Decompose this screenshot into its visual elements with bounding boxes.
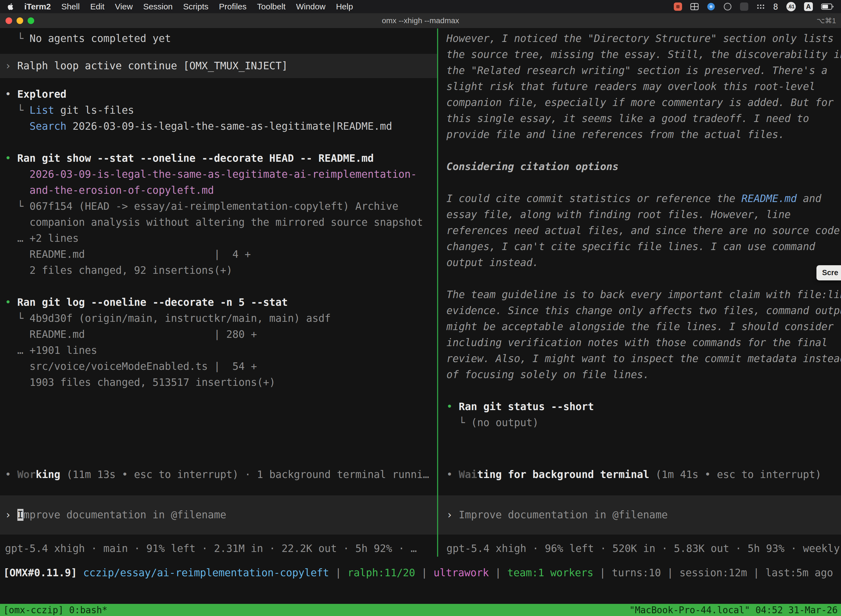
git-log-output-2: README.md | 280 +: [0, 327, 437, 343]
ran-git-status: • Ran git status --short: [438, 399, 841, 415]
tmux-panes: └ No agents completed yet › Ralph loop a…: [0, 28, 841, 557]
model-status-line-right: gpt-5.4 xhigh · 96% left · 520K in · 5.8…: [438, 541, 841, 557]
battery-icon[interactable]: [821, 3, 834, 10]
omx-session-time: session:12m: [679, 567, 747, 579]
tmux-session-window[interactable]: [omx-cczip] 0:bash*: [3, 605, 108, 616]
omx-ralph-counter: ralph:11/20: [347, 567, 415, 579]
ran-git-log: • Ran git log --oneline --decorate -n 5 …: [0, 295, 437, 311]
git-status-output: └ (no output): [438, 415, 841, 431]
menu-item-help[interactable]: Help: [336, 2, 353, 11]
thinking-paragraph-1: However, I noticed the "Directory Struct…: [438, 31, 841, 143]
dark-circle-icon[interactable]: [724, 3, 732, 11]
menu-bar-status-icons: 8 .61 A: [674, 2, 834, 12]
git-show-output-2: companion analysis without altering the …: [0, 214, 437, 230]
git-show-filename-1: 2026-03-09-is-legal-the-same-as-legitima…: [0, 166, 437, 182]
agents-status-line: └ No agents completed yet: [0, 31, 437, 47]
working-status-line: • Working (11m 13s • esc to interrupt) ·…: [0, 467, 437, 483]
tmux-host-clock: "MacBook-Pro-44.local" 04:52 31-Mar-26: [629, 605, 838, 616]
zoom-button[interactable]: [28, 18, 34, 24]
terminal-window: └ No agents completed yet › Ralph loop a…: [0, 28, 841, 616]
git-log-output-3: … +1901 lines: [0, 343, 437, 358]
model-status-line-left: gpt-5.4 xhigh · main · 91% left · 2.31M …: [0, 541, 437, 557]
thinking-paragraph-2: I could cite commit statistics or refere…: [438, 191, 841, 271]
right-pane[interactable]: However, I noticed the "Directory Struct…: [438, 28, 841, 557]
text-cursor: I: [18, 509, 23, 521]
menu-item-window[interactable]: Window: [296, 2, 325, 11]
empty-scrollback: [0, 390, 437, 467]
blank-line: [0, 279, 437, 295]
menu-item-iterm2[interactable]: iTerm2: [24, 2, 51, 11]
ran-git-show: • Ran git show --stat --oneline --decora…: [0, 150, 437, 166]
git-show-output-5: 2 files changed, 92 insertions(+): [0, 263, 437, 279]
menu-item-scripts[interactable]: Scripts: [183, 2, 209, 11]
window-title: omx --xhigh --madmax: [0, 16, 841, 25]
input-source-icon[interactable]: A: [804, 2, 813, 11]
omx-status-bar: [OMX#0.11.9] cczip/essay/ai-reimplementa…: [0, 565, 841, 581]
thinking-paragraph-3: The team guideline is to back every impo…: [438, 287, 841, 383]
omx-version: [OMX#0.11.9]: [3, 567, 77, 579]
omx-worktree-path: cczip/essay/ai-reimplementation-copyleft: [84, 567, 329, 579]
omx-mode-badge: ultrawork: [434, 567, 489, 579]
dark-app-icon[interactable]: [740, 3, 748, 11]
menu-item-toolbelt[interactable]: Toolbelt: [257, 2, 286, 11]
left-pane[interactable]: └ No agents completed yet › Ralph loop a…: [0, 28, 437, 557]
git-show-filename-2: and-the-erosion-of-copyleft.md: [0, 182, 437, 198]
omx-team-workers: team:1 workers: [507, 567, 593, 579]
git-show-output-3: … +2 lines: [0, 230, 437, 246]
blue-app-icon[interactable]: [707, 3, 715, 11]
dots-grid-icon[interactable]: [757, 4, 765, 10]
window-title-bar: omx --xhigh --madmax ⌥⌘1: [0, 13, 841, 28]
menu-item-session[interactable]: Session: [143, 2, 173, 11]
explored-list-cmd: └ List git ls-files: [0, 103, 437, 119]
thinking-heading: Considering citation options: [438, 159, 841, 175]
blank-line: [438, 383, 841, 399]
tmux-status-bar: [omx-cczip] 0:bash* "MacBook-Pro-44.loca…: [0, 604, 841, 616]
explored-search-cmd: Search 2026-03-09-is-legal-the-same-as-l…: [0, 119, 437, 134]
prompt-input-left[interactable]: › Improve documentation in @filename: [0, 496, 437, 535]
blank-line: [438, 175, 841, 191]
minimize-button[interactable]: [16, 18, 23, 24]
menu-item-edit[interactable]: Edit: [90, 2, 105, 11]
git-log-output-1: └ 4b9d30f (origin/main, instructkr/main,…: [0, 311, 437, 327]
empty-scrollback: [438, 431, 841, 467]
git-show-output-1: └ 067f154 (HEAD -> essay/ai-reimplementa…: [0, 198, 437, 214]
blank-line: [438, 271, 841, 287]
screen-share-edge-button[interactable]: Scre: [816, 265, 841, 280]
blank-line: [438, 143, 841, 159]
git-show-output-4: README.md | 4 +: [0, 246, 437, 263]
menu-item-shell[interactable]: Shell: [61, 2, 80, 11]
omx-last-activity: last:5m ago: [765, 567, 833, 579]
git-log-output-4: src/voice/voiceModeEnabled.ts | 54 +: [0, 358, 437, 374]
blank-line: [0, 134, 437, 150]
waiting-status-line: • Waiting for background terminal (1m 41…: [438, 467, 841, 483]
traffic-lights: [0, 18, 34, 24]
screen-recording-indicator-icon[interactable]: [674, 3, 682, 11]
close-button[interactable]: [6, 18, 12, 24]
numeric-8-icon[interactable]: 8: [773, 2, 778, 12]
window-shortcut-label: ⌥⌘1: [817, 16, 841, 25]
menu-items: iTerm2 Shell Edit View Session Scripts P…: [7, 2, 353, 11]
omx-turns: turns:10: [612, 567, 661, 579]
apple-menu-icon[interactable]: [7, 3, 14, 10]
menu-item-profiles[interactable]: Profiles: [219, 2, 246, 11]
readme-link[interactable]: README.md: [741, 193, 797, 204]
git-log-output-5: 1903 files changed, 513517 insertions(+): [0, 374, 437, 390]
macos-menu-bar: iTerm2 Shell Edit View Session Scripts P…: [0, 0, 841, 13]
window-grid-icon[interactable]: [690, 3, 699, 10]
menu-item-view[interactable]: View: [115, 2, 133, 11]
ralph-loop-banner: › Ralph loop active continue [OMX_TMUX_I…: [0, 54, 437, 78]
explored-header: • Explored: [0, 87, 437, 103]
prompt-input-right[interactable]: › Improve documentation in @filename: [438, 496, 841, 535]
battery-percent-icon[interactable]: .61: [786, 2, 796, 11]
